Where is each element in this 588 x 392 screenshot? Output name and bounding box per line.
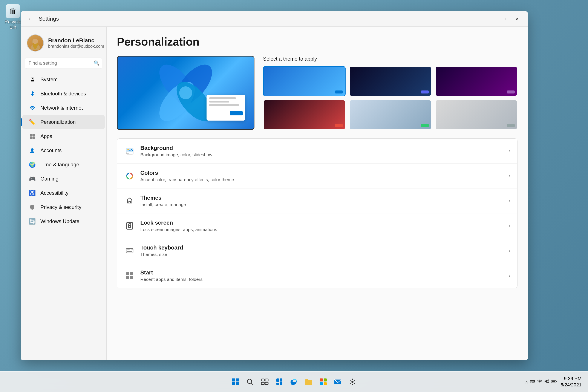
edge-button[interactable] xyxy=(288,376,300,388)
svg-point-19 xyxy=(128,174,131,178)
preview-dialog xyxy=(206,95,245,120)
system-tray[interactable]: ∧ ⌨ xyxy=(525,379,557,385)
taskview-button[interactable] xyxy=(258,376,271,388)
theme-card-4[interactable] xyxy=(263,100,346,130)
search-input[interactable] xyxy=(25,58,102,69)
svg-rect-50 xyxy=(324,378,327,382)
settings-row-touch-keyboard[interactable]: Touch keyboard Themes, size › xyxy=(117,238,517,263)
taskbar-search-button[interactable] xyxy=(244,376,256,388)
taskbar-clock[interactable]: 9:39 PM 6/24/2021 xyxy=(560,376,582,388)
sidebar-item-privacy-label: Privacy & security xyxy=(40,204,82,210)
svg-rect-30 xyxy=(127,251,132,252)
user-info: Brandon LeBlanc brandoninsider@outlook.c… xyxy=(48,37,104,49)
settings-row-lock-screen[interactable]: Lock screen Lock screen images, apps, an… xyxy=(117,214,517,238)
theme-6-accent xyxy=(507,124,515,127)
explorer-button[interactable] xyxy=(302,376,315,388)
svg-rect-25 xyxy=(127,250,128,250)
sidebar-item-accessibility[interactable]: ♿ Accessibility xyxy=(22,186,105,200)
theme-1-accent xyxy=(335,90,343,94)
svg-rect-38 xyxy=(236,382,239,385)
svg-rect-4 xyxy=(30,134,32,136)
svg-rect-46 xyxy=(280,378,282,380)
sidebar-item-privacy[interactable]: Privacy & security xyxy=(22,200,105,214)
theme-1-bg xyxy=(264,67,345,96)
touch-keyboard-text: Touch keyboard Themes, size xyxy=(140,244,509,257)
recycle-bin-label: Recycle Bin xyxy=(4,19,22,30)
theme-preview xyxy=(117,56,254,130)
battery-icon[interactable] xyxy=(551,379,557,385)
svg-rect-56 xyxy=(552,381,555,382)
theme-card-3[interactable] xyxy=(435,66,518,96)
settings-taskbar-button[interactable] xyxy=(346,376,359,388)
minimize-button[interactable]: – xyxy=(486,15,497,23)
theme-card-2[interactable] xyxy=(349,66,432,96)
start-settings-icon xyxy=(124,270,135,281)
theme-card-6[interactable] xyxy=(435,100,518,130)
wifi-icon[interactable] xyxy=(537,379,542,385)
settings-row-background[interactable]: Background Background image, color, slid… xyxy=(117,138,517,164)
theme-3-bg xyxy=(436,67,517,96)
svg-rect-49 xyxy=(320,378,323,382)
mail-button[interactable] xyxy=(332,376,344,388)
svg-rect-42 xyxy=(265,379,268,381)
sidebar-item-personalization[interactable]: ✏️ Personalization xyxy=(22,115,105,129)
start-button[interactable] xyxy=(229,376,242,388)
svg-rect-29 xyxy=(132,250,133,250)
colors-icon xyxy=(124,170,135,182)
sidebar-item-system[interactable]: 🖥 System xyxy=(22,73,105,86)
start-subtitle: Recent apps and items, folders xyxy=(140,277,509,282)
svg-rect-45 xyxy=(276,378,279,382)
svg-rect-43 xyxy=(261,382,264,384)
sidebar-item-time[interactable]: 🌍 Time & language xyxy=(22,158,105,172)
theme-card-1[interactable] xyxy=(263,66,346,96)
sidebar-item-update[interactable]: 🔄 Windows Update xyxy=(22,214,105,228)
recycle-bin[interactable]: 🗑 Recycle Bin xyxy=(4,4,22,30)
theme-section: Select a theme to apply xyxy=(117,56,518,130)
start-title: Start xyxy=(140,269,509,276)
svg-point-54 xyxy=(352,381,354,383)
sidebar-item-time-label: Time & language xyxy=(40,162,79,168)
user-profile[interactable]: Brandon LeBlanc brandoninsider@outlook.c… xyxy=(21,31,106,55)
background-text: Background Background image, color, slid… xyxy=(140,145,509,157)
settings-window: ← Settings – □ ✕ xyxy=(21,11,528,360)
volume-icon[interactable] xyxy=(544,379,549,385)
svg-rect-24 xyxy=(126,249,133,253)
colors-title: Colors xyxy=(140,170,509,176)
widgets-button[interactable] xyxy=(273,376,286,388)
themes-chevron: › xyxy=(509,198,510,204)
sidebar-item-gaming[interactable]: 🎮 Gaming xyxy=(22,172,105,186)
back-button[interactable]: ← xyxy=(26,14,35,24)
settings-row-start[interactable]: Start Recent apps and items, folders › xyxy=(117,263,517,288)
settings-row-colors[interactable]: Colors Accent color, transparency effect… xyxy=(117,164,517,188)
title-bar: ← Settings – □ ✕ xyxy=(21,11,528,27)
close-button[interactable]: ✕ xyxy=(512,15,523,23)
time-icon: 🌍 xyxy=(28,161,36,168)
user-name: Brandon LeBlanc xyxy=(48,37,104,44)
touch-keyboard-title: Touch keyboard xyxy=(140,244,509,251)
sidebar-item-personalization-label: Personalization xyxy=(40,119,76,125)
sidebar-nav: 🖥 System Bluetooth & devices Network xyxy=(21,72,106,229)
sidebar-item-gaming-label: Gaming xyxy=(40,176,58,182)
store-button[interactable] xyxy=(317,376,330,388)
recycle-bin-icon: 🗑 xyxy=(6,4,20,18)
sidebar-item-accounts[interactable]: Accounts xyxy=(22,144,105,157)
theme-2-accent xyxy=(421,90,429,94)
settings-row-themes[interactable]: Themes Install, create, manage › xyxy=(117,188,517,214)
sidebar-item-network-label: Network & internet xyxy=(40,105,83,111)
taskbar-right: ∧ ⌨ xyxy=(525,376,582,388)
maximize-button[interactable]: □ xyxy=(498,15,510,23)
theme-grid xyxy=(263,66,518,130)
system-icon: 🖥 xyxy=(28,76,36,84)
page-title: Personalization xyxy=(117,35,518,48)
background-icon xyxy=(124,146,135,157)
sidebar-item-network[interactable]: Network & internet xyxy=(22,101,105,115)
theme-5-bg xyxy=(350,100,431,129)
sidebar: Brandon LeBlanc brandoninsider@outlook.c… xyxy=(21,27,106,360)
sidebar-item-apps[interactable]: Apps xyxy=(22,130,105,143)
sidebar-item-bluetooth[interactable]: Bluetooth & devices xyxy=(22,87,105,100)
chevron-up-icon[interactable]: ∧ xyxy=(525,379,528,385)
theme-card-5[interactable] xyxy=(349,100,432,130)
search-icon[interactable]: 🔍 xyxy=(94,60,100,66)
start-chevron: › xyxy=(509,273,510,278)
sidebar-item-accessibility-label: Accessibility xyxy=(40,190,68,196)
